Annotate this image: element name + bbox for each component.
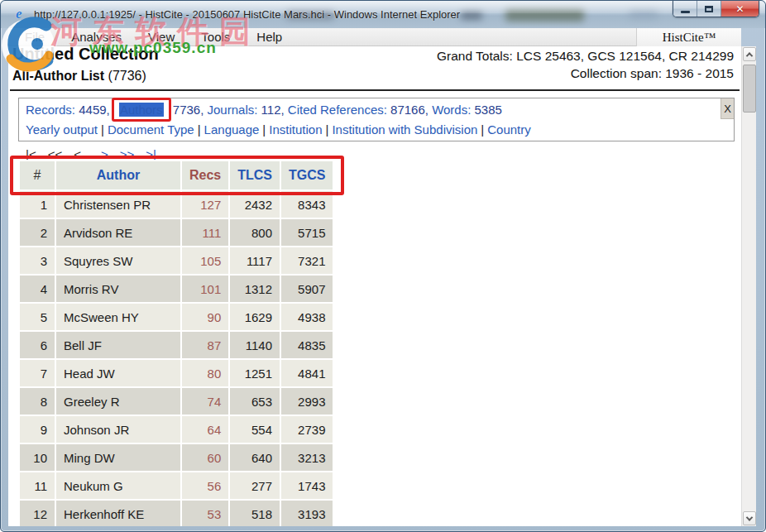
recs-cell: 111 (182, 219, 228, 246)
recs-cell: 105 (182, 247, 228, 274)
rank-cell: 6 (20, 332, 55, 358)
table-row: 11Neukum G562771743 (20, 472, 333, 499)
grand-totals-line: Grand Totals: LCS 25463, GCS 121564, CR … (437, 47, 734, 65)
rank-cell: 3 (20, 247, 55, 274)
recs-cell: 56 (182, 472, 228, 499)
view-link-yearly-output[interactable]: Yearly output (26, 122, 98, 137)
view-link-institution-with-subdivision[interactable]: Institution with Subdivision (332, 122, 477, 137)
tlcs-cell: 277 (230, 472, 280, 499)
rank-cell: 9 (20, 416, 55, 443)
stats-panel: Records: 4459, Authors 7736, Journals: 1… (18, 98, 735, 141)
view-link-country[interactable]: Country (487, 122, 531, 137)
tlcs-cell: 1117 (230, 247, 280, 274)
table-row: 10Ming DW606403213 (20, 444, 333, 471)
author-cell: Neukum G (56, 472, 180, 499)
views-separator: | (322, 122, 332, 137)
minimize-button[interactable] (673, 1, 697, 17)
scrollbar-thumb[interactable] (743, 65, 756, 113)
tgcs-cell: 5907 (281, 276, 333, 302)
views-separator: | (259, 122, 269, 137)
recs-cell: 60 (182, 444, 228, 471)
tgcs-cell: 4841 (281, 360, 333, 386)
tgcs-cell: 2993 (281, 388, 333, 415)
chevron-down-icon (746, 514, 753, 520)
histcite-brand: HistCite™ (636, 28, 741, 46)
rank-cell: 10 (20, 444, 55, 471)
column-header-author[interactable]: Author (56, 161, 180, 189)
view-link-institution[interactable]: Institution (269, 122, 322, 137)
view-link-document-type[interactable]: Document Type (108, 122, 194, 137)
grand-totals: Grand Totals: LCS 25463, GCS 121564, CR … (437, 47, 734, 82)
table-row: 9Johnson JR645542739 (20, 416, 333, 443)
tlcs-cell: 1312 (230, 276, 280, 302)
minimize-icon (681, 11, 690, 13)
tgcs-cell: 2739 (281, 416, 333, 443)
list-count: (7736) (108, 69, 146, 83)
header-separator (10, 89, 740, 91)
view-link-language[interactable]: Language (204, 122, 260, 137)
author-cell: Johnson JR (56, 416, 180, 443)
chevron-up-icon (746, 52, 753, 59)
maximize-button[interactable] (697, 1, 721, 17)
author-cell: Christensen PR (56, 191, 180, 218)
rank-cell: 8 (20, 388, 55, 415)
column-header-rank: # (20, 161, 55, 189)
recs-cell: 87 (182, 332, 228, 358)
author-cell: McSween HY (56, 304, 180, 330)
stats-link-words[interactable]: Words: (432, 103, 471, 117)
views-separator: | (194, 122, 204, 137)
column-header-tgcs[interactable]: TGCS (281, 161, 333, 189)
close-button[interactable]: ✕ (721, 1, 759, 17)
scroll-down-button[interactable] (743, 511, 756, 525)
stats-link-records[interactable]: Records: (26, 103, 75, 117)
tlcs-cell: 640 (230, 444, 280, 471)
tlcs-cell: 653 (230, 388, 280, 415)
tlcs-cell: 518 (230, 501, 280, 526)
tgcs-cell: 1743 (281, 472, 333, 499)
views-separator: | (98, 122, 108, 137)
recs-cell: 53 (182, 501, 228, 526)
maximize-icon (705, 6, 713, 12)
tlcs-cell: 1140 (230, 332, 280, 358)
recs-cell: 101 (182, 276, 228, 302)
tlcs-cell: 1629 (230, 304, 280, 330)
tgcs-cell: 3193 (281, 501, 333, 526)
stats-close-button[interactable]: X (721, 98, 734, 119)
collection-span-line: Collection span: 1936 - 2015 (437, 65, 734, 82)
stats-link-authors[interactable]: Authors (119, 103, 164, 117)
stats-link-cited-references[interactable]: Cited References: (288, 103, 387, 117)
column-header-tlcs[interactable]: TLCS (230, 161, 280, 189)
author-cell: Arvidson RE (56, 219, 180, 246)
table-row: 5McSween HY9016294938 (20, 304, 333, 330)
author-cell: Squyres SW (56, 247, 180, 274)
table-header-row: #AuthorRecsTLCSTGCS (20, 161, 333, 189)
table-row: 4Morris RV10113125907 (20, 276, 333, 302)
table-row: 1Christensen PR12724328343 (20, 191, 333, 218)
recs-cell: 127 (182, 191, 228, 218)
table-row: 3Squyres SW10511177321 (20, 247, 333, 274)
rank-cell: 11 (20, 472, 55, 499)
table-row: 8Greeley R746532993 (20, 388, 333, 415)
recs-cell: 74 (182, 388, 228, 415)
stats-link-journals[interactable]: Journals: (208, 103, 258, 117)
author-cell: Bell JF (56, 332, 180, 358)
rank-cell: 7 (20, 360, 55, 386)
author-cell: Greeley R (56, 388, 180, 415)
close-icon: ✕ (735, 4, 744, 14)
browser-window: e http://127.0.0.1:1925/ - HistCite - 20… (0, 0, 766, 532)
table-row: 7Head JW8012514841 (20, 360, 333, 386)
tgcs-cell: 5715 (281, 219, 333, 246)
scroll-up-button[interactable] (743, 47, 756, 61)
column-header-recs[interactable]: Recs (182, 161, 228, 189)
page-content: Untitled Collection All-Author List (773… (8, 46, 741, 526)
rank-cell: 4 (20, 276, 55, 302)
table-row: 12Herkenhoff KE535183193 (20, 501, 333, 526)
tlcs-cell: 800 (230, 219, 280, 246)
tlcs-cell: 554 (230, 416, 280, 443)
recs-cell: 90 (182, 304, 228, 330)
tgcs-cell: 4938 (281, 304, 333, 330)
rank-cell: 12 (20, 501, 55, 526)
vertical-scrollbar[interactable] (741, 46, 756, 526)
tgcs-cell: 4835 (281, 332, 333, 358)
stats-counts-line: Records: 4459, Authors 7736, Journals: 1… (26, 101, 727, 119)
